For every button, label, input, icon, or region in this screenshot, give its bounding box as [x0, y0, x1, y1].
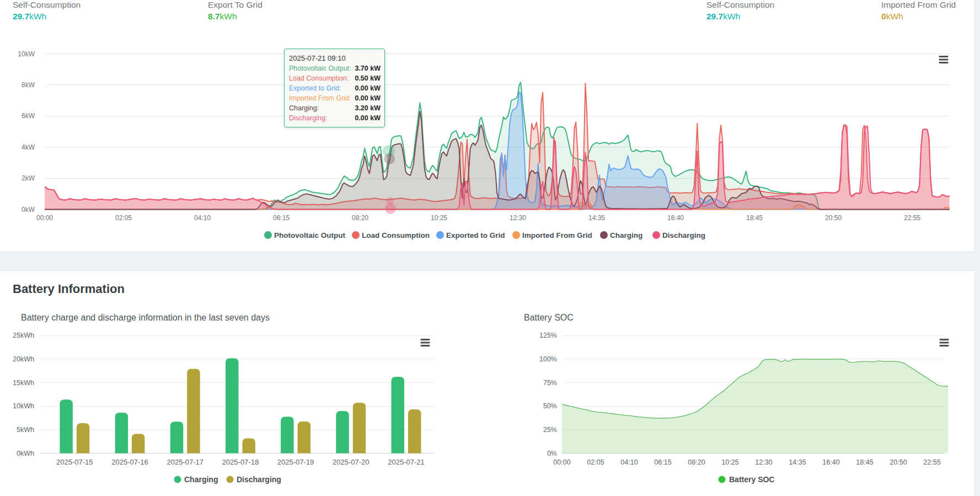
svg-text:20:50: 20:50 — [825, 214, 842, 222]
svg-text:Imported From Grid: Imported From Grid — [522, 231, 592, 239]
svg-text:6kW: 6kW — [22, 112, 35, 120]
svg-text:18:45: 18:45 — [746, 214, 763, 222]
svg-text:Battery SOC: Battery SOC — [729, 475, 774, 484]
svg-text:2025-07-15: 2025-07-15 — [56, 458, 93, 466]
svg-text:02:05: 02:05 — [115, 214, 132, 222]
svg-text:08:20: 08:20 — [688, 458, 705, 466]
svg-text:20kWh: 20kWh — [13, 355, 34, 363]
svg-text:25kWh: 25kWh — [13, 332, 34, 339]
svg-text:14:35: 14:35 — [789, 458, 806, 466]
svg-text:0%: 0% — [547, 450, 557, 457]
svg-text:10kW: 10kW — [18, 50, 35, 58]
svg-text:16:40: 16:40 — [822, 458, 839, 466]
svg-text:Discharging: Discharging — [237, 475, 281, 484]
svg-text:15kWh: 15kWh — [13, 379, 34, 387]
svg-text:50%: 50% — [543, 402, 557, 410]
svg-text:0kWh: 0kWh — [17, 450, 34, 457]
svg-text:125%: 125% — [539, 332, 557, 339]
svg-text:2025-07-19: 2025-07-19 — [277, 458, 314, 466]
svg-text:8kW: 8kW — [22, 81, 35, 89]
svg-text:Discharging: Discharging — [662, 231, 705, 239]
svg-text:00:00: 00:00 — [553, 458, 570, 466]
svg-text:04:10: 04:10 — [194, 214, 211, 222]
svg-text:4kW: 4kW — [22, 143, 35, 151]
svg-text:22:55: 22:55 — [904, 214, 920, 222]
svg-text:22:55: 22:55 — [923, 458, 940, 466]
svg-text:5kWh: 5kWh — [17, 426, 34, 434]
svg-text:2025-07-21: 2025-07-21 — [388, 458, 425, 466]
svg-text:Load Consumption: Load Consumption — [362, 231, 430, 239]
svg-text:06:15: 06:15 — [273, 214, 290, 222]
svg-text:08:20: 08:20 — [352, 214, 368, 222]
svg-text:14:35: 14:35 — [588, 214, 605, 222]
svg-text:2025-07-17: 2025-07-17 — [167, 458, 204, 466]
svg-text:Charging: Charging — [610, 231, 642, 239]
svg-text:Photovoltaic Output: Photovoltaic Output — [274, 231, 345, 239]
svg-text:10:25: 10:25 — [721, 458, 738, 466]
svg-text:04:10: 04:10 — [620, 458, 638, 466]
svg-text:75%: 75% — [543, 379, 557, 387]
svg-text:2025-07-16: 2025-07-16 — [111, 458, 148, 466]
svg-text:Exported to Grid: Exported to Grid — [446, 231, 505, 239]
svg-text:10:25: 10:25 — [431, 214, 447, 222]
svg-text:25%: 25% — [543, 426, 557, 434]
svg-text:12:30: 12:30 — [755, 458, 772, 466]
svg-text:02:05: 02:05 — [587, 458, 604, 466]
svg-text:0kW: 0kW — [22, 206, 35, 214]
svg-text:16:40: 16:40 — [667, 214, 684, 222]
svg-text:2025-07-20: 2025-07-20 — [333, 458, 369, 466]
svg-text:18:45: 18:45 — [856, 458, 873, 466]
svg-text:2025-07-18: 2025-07-18 — [222, 458, 259, 466]
svg-text:Charging: Charging — [184, 475, 218, 484]
svg-text:10kWh: 10kWh — [13, 402, 34, 410]
svg-text:100%: 100% — [539, 355, 557, 363]
svg-text:2kW: 2kW — [22, 174, 35, 182]
svg-text:12:30: 12:30 — [510, 214, 526, 222]
svg-text:06:15: 06:15 — [654, 458, 671, 466]
svg-text:20:50: 20:50 — [890, 458, 907, 466]
svg-text:00:00: 00:00 — [36, 214, 53, 222]
